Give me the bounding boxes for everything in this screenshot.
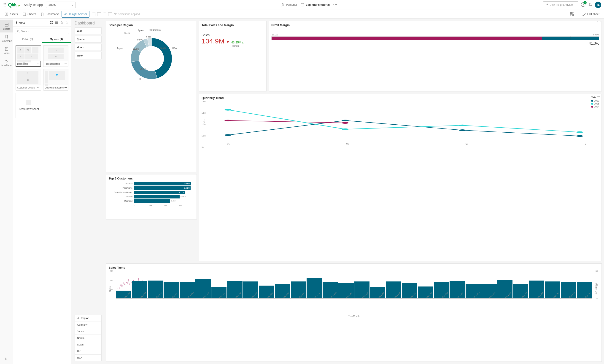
clear-selection-icon[interactable] [108,12,112,16]
more-icon[interactable]: ••• [37,63,39,65]
app-launcher-icon[interactable] [3,3,6,6]
next-sheet-icon[interactable]: › [600,20,601,23]
personal-space[interactable]: Personal [281,3,297,7]
bar-label: PageWave [109,187,134,189]
rail-sheets[interactable]: Sheets [0,20,13,33]
svg-rect-26 [55,22,58,22]
tab-public[interactable]: Public (0) [13,36,42,43]
lasso-icon[interactable] [92,12,95,16]
search-input[interactable] [21,30,67,33]
user-avatar[interactable]: TL [595,2,601,8]
tab-myown[interactable]: My own (4) [42,36,71,43]
collapse-rail-button[interactable] [2,354,11,364]
svg-rect-15 [572,14,574,16]
app-name: Analytics app [24,3,43,7]
filter-month[interactable]: Month [75,44,101,51]
back-selection-icon[interactable] [97,12,101,16]
expand-icon[interactable] [65,21,68,24]
svg-point-34 [342,120,349,121]
list-view-icon[interactable] [55,21,58,24]
prev-sheet-icon[interactable]: ‹ [597,20,598,23]
svg-rect-3 [302,5,303,5]
bookmarks-button[interactable]: Bookmarks [38,11,62,17]
card-title: Top 5 Customers [109,177,194,180]
svg-point-42 [342,122,349,124]
ask-placeholder: Ask Insight Advisor [551,3,574,6]
sales-trend-card[interactable]: Sales Trend 2M4M6M 304050 2012-Jan2012-F… [106,263,602,362]
grid-view-icon[interactable] [50,21,53,24]
gauge-marker [571,36,571,40]
svg-rect-28 [55,23,58,24]
region-row[interactable]: Nordic [75,335,101,341]
trend-bar: 2012-Jan [116,291,131,298]
chevron-down-icon: ⌄ [71,3,73,6]
bookmarks-label: Bookmarks [46,12,59,16]
trend-bar: 2013-Oct [450,281,465,298]
sheet-dropdown[interactable]: Sheet ⌄ [46,2,76,8]
region-row[interactable]: USA [75,354,101,361]
sparkle-icon [545,3,549,7]
create-sheet-button[interactable]: + Create new sheet [15,93,41,118]
ask-insight-input[interactable]: Ask Insight Advisor [543,1,578,8]
more-icon[interactable]: ••• [333,3,338,6]
notes-rail-icon [5,47,9,51]
selections-tool-icon[interactable] [570,12,574,16]
sales-per-region-card[interactable]: Sales per Region Region USA45.5%UK26.9%J… [106,21,197,172]
person-icon [281,3,285,7]
rail-keydrivers[interactable]: Key drivers [0,57,13,69]
rail-bookmarks[interactable]: Bookmarks [0,33,13,45]
create-label: Create new sheet [17,108,39,111]
thumb-customer[interactable]: ∴▦ Customer Details••• [15,69,41,91]
svg-rect-7 [7,13,8,15]
trend-xtick: 2014-Apr [553,292,559,299]
region-row[interactable]: Japan [75,328,101,335]
edit-sheet-button[interactable]: Edit sheet [580,11,602,17]
quarterly-trend-card[interactable]: ⤢••• Quarterly Trend Year 201220132014 9… [199,94,602,261]
panel-search[interactable] [15,29,69,34]
thumb-location[interactable]: 🌐 Customer Location••• [43,69,69,91]
insight-advisor-button[interactable]: Insight Advisor [62,11,89,18]
trend-bar: 2013-Jan [307,278,322,298]
svg-rect-22 [50,21,51,22]
assets-button[interactable]: Assets [2,11,20,17]
top5-customers-card[interactable]: Top 5 Customers Paracel5.69MPageWave5.63… [106,174,197,219]
filter-week[interactable]: Week [75,52,101,59]
help-button[interactable]: ? 3 [581,2,586,8]
region-row[interactable]: Germany [75,321,101,328]
bar-value: 4.54M [180,195,186,197]
trend-bar: 2013-Mar [338,283,353,298]
trend-bar: 2013-May [370,287,385,298]
donut-cat-label: Germany [151,29,161,31]
bar-row: Talarian4.54M [109,195,194,198]
rail-notes[interactable]: Notes [0,45,13,57]
pin-icon[interactable] [60,21,63,24]
thumb-product[interactable]: ⫾⫾▦ Product Details••• [43,45,69,67]
bell-icon[interactable] [588,2,592,7]
region-row[interactable]: UK [75,348,101,354]
tutorial-link[interactable]: Beginner's tutorial [301,3,330,7]
filter-year[interactable]: Year [75,27,101,34]
more-icon[interactable]: ••• [64,86,67,89]
filter-quarter[interactable]: Quarter [75,36,101,43]
sheets-button[interactable]: Sheets [20,11,38,17]
qlik-logo[interactable]: Qlik⌄ [8,2,21,8]
more-icon[interactable]: ••• [37,86,39,89]
thumb-label: Dashboard [17,63,28,65]
region-row[interactable]: Spain [75,341,101,348]
fwd-selection-icon[interactable] [103,12,106,16]
search-icon[interactable] [77,317,79,319]
trend-xtick: 2014-Jun [584,292,591,299]
panel-title: Sheets [15,21,25,24]
trend-xtick: 2012-Oct [266,292,273,299]
trend-bar: 2013-Apr [354,281,369,298]
help-badge: 3 [583,1,587,4]
profit-margin-card[interactable]: Profit Margin -50.0% 50.0% 41.3% [269,21,602,91]
region-label: Region [81,317,89,319]
thumb-dashboard[interactable]: ◔#1—⫾⤢▂ Dashboard••• [15,45,41,67]
trend-xtick: 2012-Dec [298,291,305,299]
total-sales-card[interactable]: Total Sales and Margin Sales 104.9M ▾ 43… [199,21,266,91]
svg-rect-24 [50,23,51,24]
more-icon[interactable]: ••• [64,63,67,65]
trend-xtick: 2013-Aug [426,291,433,299]
sheets-label: Sheets [27,12,36,16]
